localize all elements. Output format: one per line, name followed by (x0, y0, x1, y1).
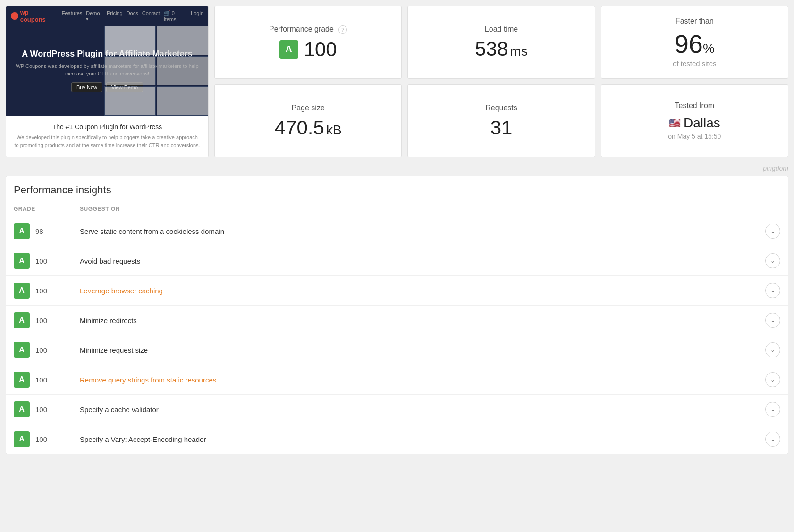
suggestion-text: Specify a Vary: Accept-Encoding header (80, 435, 206, 443)
load-time-row: 538 ms (475, 39, 528, 59)
grade-row: A 100 (279, 40, 337, 59)
top-section: ❤ wp coupons Features Demo ▾ Pricing Doc… (0, 0, 794, 163)
grade-cell: A 100 (6, 246, 72, 276)
faster-than-row: 96% (675, 31, 715, 57)
expand-cell: ⌄ (758, 216, 788, 246)
table-row: A 100 Leverage browser caching⌄ (6, 276, 788, 306)
expand-button[interactable]: ⌄ (765, 402, 780, 417)
grade-cell: A 100 (6, 424, 72, 454)
load-time-unit: ms (510, 44, 527, 58)
load-time-value: 538 (475, 38, 508, 60)
grade-badge-sm: A (14, 253, 30, 269)
faster-than-sub: of tested sites (673, 59, 717, 67)
tested-from-city-row: 🇺🇸 Dallas (669, 116, 720, 131)
grade-cell: A 100 (6, 306, 72, 335)
table-row: A 100 Remove query strings from static r… (6, 365, 788, 395)
faster-than-label: Faster than (676, 17, 714, 25)
score-num: 100 (35, 346, 50, 354)
expand-button[interactable]: ⌄ (765, 283, 780, 298)
faster-than-card: Faster than 96% of tested sites (601, 6, 788, 79)
nav-item: 🛒 0 Items (164, 10, 187, 22)
score-num: 100 (35, 316, 50, 324)
expand-button[interactable]: ⌄ (765, 342, 780, 357)
page-size-value: 470.5 (275, 116, 324, 139)
tested-from-label: Tested from (675, 101, 715, 110)
site-nav: Features Demo ▾ Pricing Docs Contact 🛒 0… (62, 10, 203, 22)
grade-badge-sm: A (14, 283, 30, 299)
insights-table: GRADE SUGGESTION A 98 Serve static conte… (6, 202, 788, 454)
grid-cell (157, 26, 208, 55)
tested-from-card: Tested from 🇺🇸 Dallas on May 5 at 15:50 (601, 84, 788, 158)
expand-cell: ⌄ (758, 276, 788, 306)
grid-cell (157, 86, 208, 116)
site-header: ❤ wp coupons Features Demo ▾ Pricing Doc… (6, 6, 208, 26)
screenshot-grid (104, 26, 208, 116)
logo-text: wp coupons (20, 9, 55, 23)
score-num: 100 (35, 406, 50, 414)
faster-than-value: 96 (675, 30, 703, 58)
grade-cell: A 98 (6, 216, 72, 246)
grade-badge: A (279, 40, 298, 59)
preview-card: ❤ wp coupons Features Demo ▾ Pricing Doc… (6, 6, 209, 157)
score-num: 100 (35, 257, 50, 265)
score-num: 100 (35, 287, 50, 295)
us-flag-icon: 🇺🇸 (669, 117, 681, 129)
suggestion-text: Minimize request size (80, 346, 148, 354)
expand-cell: ⌄ (758, 306, 788, 335)
suggestion-text: Minimize redirects (80, 316, 137, 324)
performance-grade-label: Performance grade ? (269, 25, 347, 34)
expand-button[interactable]: ⌄ (765, 432, 780, 447)
col-suggestion: SUGGESTION (72, 202, 758, 216)
requests-label: Requests (485, 104, 517, 112)
suggestion-text: Leverage browser caching (80, 287, 163, 295)
grid-cell (104, 26, 156, 55)
insights-tbody: A 98 Serve static content from a cookiel… (6, 216, 788, 454)
buy-now-button[interactable]: Buy Now (71, 82, 102, 92)
site-tagline: The #1 Coupon Plugin for WordPress (14, 123, 201, 131)
preview-image: A WordPress Plugin for Affiliate Markete… (6, 26, 208, 116)
table-row: A 100 Minimize request size⌄ (6, 335, 788, 365)
expand-cell: ⌄ (758, 246, 788, 276)
page-size-row: 470.5 kB (275, 118, 342, 138)
insights-section: Performance insights GRADE SUGGESTION A … (6, 176, 788, 454)
load-time-label: Load time (485, 25, 518, 33)
nav-item: Features (62, 10, 82, 22)
help-icon[interactable]: ? (338, 25, 347, 34)
grade-cell: A 100 (6, 335, 72, 365)
expand-cell: ⌄ (758, 335, 788, 365)
suggestion-cell: Avoid bad requests (72, 246, 758, 276)
insights-table-header: GRADE SUGGESTION (6, 202, 788, 216)
grade-badge-sm: A (14, 312, 30, 328)
table-row: A 100 Specify a cache validator⌄ (6, 395, 788, 424)
expand-button[interactable]: ⌄ (765, 253, 780, 268)
page-size-unit: kB (326, 123, 342, 137)
suggestion-cell: Serve static content from a cookieless d… (72, 216, 758, 246)
suggestion-cell: Leverage browser caching (72, 276, 758, 306)
faster-percent: % (703, 41, 715, 56)
nav-item: Docs (127, 10, 138, 22)
table-row: A 100 Minimize redirects⌄ (6, 306, 788, 335)
col-grade: GRADE (6, 202, 72, 216)
logo-icon: ❤ (11, 12, 18, 20)
suggestion-cell: Specify a cache validator (72, 395, 758, 424)
expand-button[interactable]: ⌄ (765, 313, 780, 328)
page-size-label: Page size (292, 104, 325, 112)
grid-cell (104, 56, 156, 85)
requests-card: Requests 31 (407, 84, 595, 158)
nav-item: Pricing (107, 10, 123, 22)
suggestion-cell: Specify a Vary: Accept-Encoding header (72, 424, 758, 454)
nav-item: Contact (142, 10, 160, 22)
expand-button[interactable]: ⌄ (765, 224, 780, 239)
grade-badge-sm: A (14, 223, 30, 239)
grade-badge-sm: A (14, 372, 30, 388)
expand-button[interactable]: ⌄ (765, 372, 780, 387)
performance-grade-value: 100 (304, 40, 337, 59)
grade-badge-sm: A (14, 342, 30, 358)
metrics-grid: Performance grade ? A 100 Load time 538 … (214, 6, 788, 157)
suggestion-text: Remove query strings from static resourc… (80, 376, 216, 384)
tested-from-city: Dallas (684, 116, 720, 131)
score-num: 100 (35, 435, 50, 443)
pingdom-branding: pingdom (0, 163, 794, 176)
score-num: 98 (35, 227, 50, 235)
tested-from-sub: on May 5 at 15:50 (668, 133, 721, 140)
